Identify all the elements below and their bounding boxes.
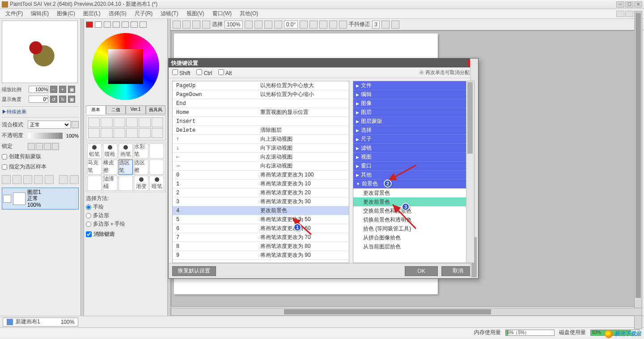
minimize-button[interactable]: ─ bbox=[616, 1, 624, 8]
mod-ctrl[interactable]: Ctrl bbox=[196, 69, 212, 76]
menu-image[interactable]: 图像(C) bbox=[53, 9, 79, 18]
category-row[interactable]: ▶选择 bbox=[353, 126, 474, 135]
mod-shift[interactable]: Shift bbox=[172, 69, 190, 76]
ct-zoom-down[interactable] bbox=[245, 21, 253, 29]
category-sub-item[interactable]: 交换前景色和背景色 bbox=[353, 206, 474, 215]
panel-divider-1[interactable] bbox=[80, 19, 84, 316]
ct-zoom-in[interactable] bbox=[264, 21, 272, 29]
tool-eyedropper[interactable] bbox=[139, 117, 150, 127]
key-row[interactable]: 6将画笔浓度更改为 60 bbox=[173, 224, 349, 233]
sel-freehand-radio[interactable] bbox=[86, 205, 91, 210]
color-mode-5[interactable] bbox=[140, 21, 147, 28]
ct-zoom-out[interactable] bbox=[254, 21, 263, 29]
menu-edit[interactable]: 编辑(E) bbox=[27, 9, 52, 18]
transform-button[interactable] bbox=[45, 175, 54, 184]
key-row[interactable]: PageDown以光标位置为中心缩小 bbox=[173, 90, 349, 99]
key-row[interactable]: Insert bbox=[173, 117, 349, 126]
tool-lasso[interactable] bbox=[101, 117, 112, 127]
zoom-in-button[interactable]: + bbox=[59, 86, 66, 93]
menu-other[interactable]: 其他(O) bbox=[236, 9, 262, 18]
brush-gradient[interactable]: 渐变 bbox=[134, 176, 148, 191]
new-folder-button[interactable] bbox=[13, 175, 21, 184]
ct-rot-cw[interactable] bbox=[319, 21, 327, 29]
menu-filter[interactable]: 滤镜(T) bbox=[157, 9, 182, 18]
ct-zoom-combo[interactable]: 100% bbox=[225, 21, 243, 29]
category-sub-item[interactable]: 拾色 (等同吸管工具) bbox=[353, 224, 474, 233]
foreground-swatch[interactable] bbox=[86, 21, 93, 28]
rotate-ccw-button[interactable]: ↺ bbox=[50, 96, 57, 103]
category-sub-item[interactable]: 从拼合图像拾色 bbox=[353, 233, 474, 242]
sel-polyfree-radio[interactable] bbox=[86, 222, 91, 227]
blend-extra[interactable] bbox=[72, 121, 79, 128]
clear-layer-button[interactable] bbox=[59, 175, 68, 184]
ct-flip[interactable] bbox=[339, 21, 347, 29]
tool-extra1[interactable] bbox=[126, 128, 138, 138]
ct-stabilizer-down[interactable] bbox=[381, 21, 390, 29]
ct-deselect[interactable] bbox=[202, 21, 210, 29]
ok-button[interactable]: OK bbox=[405, 266, 438, 276]
layer-visibility-toggle[interactable] bbox=[3, 195, 11, 203]
category-row[interactable]: ▶文件 bbox=[353, 81, 474, 90]
brush-empty-3[interactable] bbox=[87, 176, 102, 191]
menu-select[interactable]: 选择(S) bbox=[105, 9, 130, 18]
key-row[interactable]: Delete清除图层 bbox=[173, 126, 349, 135]
color-mode-2[interactable] bbox=[113, 21, 120, 28]
brush-darkpen[interactable]: 暗笔 bbox=[149, 176, 164, 191]
category-sub-item[interactable]: 切换前景色和透明色 bbox=[353, 215, 474, 224]
canvas-scroll-vertical[interactable] bbox=[634, 12, 642, 329]
tab-basic[interactable]: 基本 bbox=[86, 105, 106, 114]
color-mode-4[interactable] bbox=[131, 21, 138, 28]
brush-empty-2[interactable] bbox=[149, 159, 164, 175]
menu-ruler[interactable]: 尺子(R) bbox=[131, 9, 157, 18]
ct-rot-reset[interactable] bbox=[329, 21, 337, 29]
canvas-scroll-horizontal[interactable] bbox=[171, 308, 642, 316]
tool-text[interactable] bbox=[152, 117, 163, 127]
brush-empty-4[interactable] bbox=[119, 176, 133, 191]
tool-rect-select[interactable] bbox=[88, 117, 100, 127]
menu-window[interactable]: 窗口(W) bbox=[209, 9, 235, 18]
color-mode-3[interactable] bbox=[122, 21, 129, 28]
rotate-cw-button[interactable]: ↻ bbox=[59, 96, 66, 103]
ct-angle-combo[interactable]: 0.0° bbox=[284, 21, 298, 29]
key-row[interactable]: PageUp以光标位置为中心放大 bbox=[173, 81, 349, 90]
lock-all[interactable] bbox=[44, 143, 51, 150]
key-row[interactable]: End bbox=[173, 99, 349, 108]
category-row[interactable]: ▶滤镜 bbox=[353, 144, 474, 153]
key-row[interactable]: ↑向上滚动视图 bbox=[173, 135, 349, 144]
zoom-out-button[interactable]: − bbox=[50, 86, 57, 93]
tool-move[interactable] bbox=[126, 117, 138, 127]
menu-view[interactable]: 视图(V) bbox=[183, 9, 208, 18]
color-mode-1[interactable] bbox=[104, 21, 111, 28]
tool-zoom[interactable] bbox=[88, 128, 100, 138]
key-row[interactable]: ↓向下滚动视图 bbox=[173, 144, 349, 153]
brush-marker[interactable]: 马克笔 bbox=[87, 159, 102, 175]
ct-line-tool[interactable] bbox=[391, 21, 399, 29]
antialias-checkbox[interactable] bbox=[86, 231, 92, 237]
lock-extra[interactable] bbox=[52, 143, 59, 150]
sel-source-checkbox[interactable] bbox=[2, 164, 7, 170]
tab-paintstyle[interactable]: 画具风 bbox=[146, 105, 166, 114]
category-sub-item[interactable]: 更改前景色 bbox=[353, 197, 474, 206]
key-row[interactable]: Home重置视图的显示位置 bbox=[173, 108, 349, 117]
opacity-slider[interactable] bbox=[28, 133, 63, 139]
category-scrollbar[interactable] bbox=[466, 81, 474, 263]
zoom-reset-button[interactable]: ▣ bbox=[68, 86, 75, 93]
angle-input[interactable] bbox=[29, 96, 48, 103]
maximize-button[interactable]: ☐ bbox=[625, 1, 633, 8]
key-row[interactable]: 0将画笔浓度更改为 100 bbox=[173, 171, 349, 180]
key-row[interactable]: 4更改前景色 bbox=[173, 206, 349, 215]
lock-pixels[interactable] bbox=[28, 143, 35, 150]
tool-rotate[interactable] bbox=[114, 128, 125, 138]
mdi-minimize[interactable] bbox=[616, 11, 624, 17]
merge-down-button[interactable] bbox=[34, 175, 43, 184]
new-mask-button[interactable] bbox=[23, 175, 32, 184]
tool-extra3[interactable] bbox=[152, 128, 163, 138]
menu-file[interactable]: 文件(F) bbox=[2, 9, 26, 18]
effects-header[interactable]: ▶特殊效果 bbox=[2, 106, 79, 117]
sel-polygon-radio[interactable] bbox=[86, 213, 91, 218]
brush-watercolor[interactable]: 水彩笔 bbox=[134, 143, 148, 159]
menu-layer[interactable]: 图层(L) bbox=[80, 9, 104, 18]
zoom-input[interactable] bbox=[29, 86, 48, 93]
category-row[interactable]: ▶其他 bbox=[353, 171, 474, 180]
category-row[interactable]: ▶图像 bbox=[353, 99, 474, 108]
